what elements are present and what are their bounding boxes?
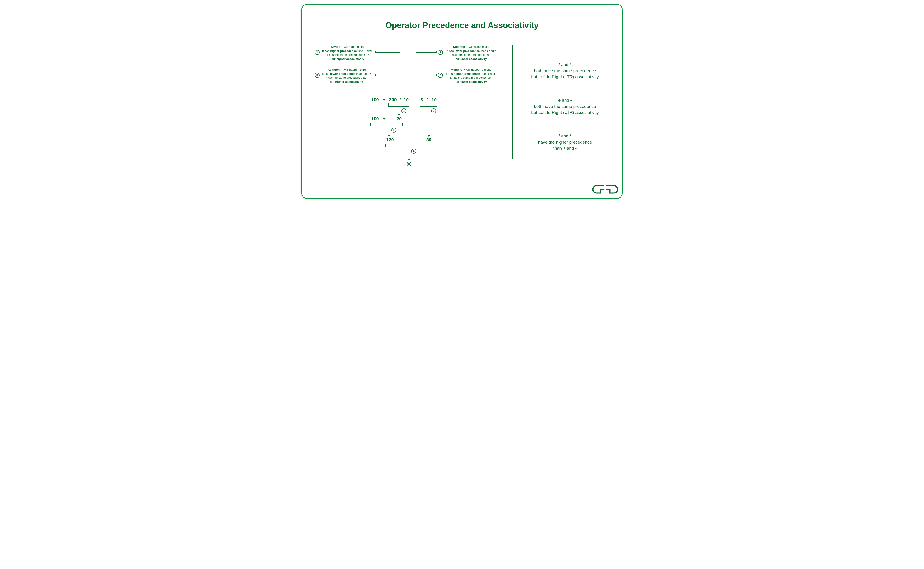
- elbow-divide-v: [400, 52, 401, 95]
- tok-100: 100: [371, 97, 380, 102]
- arrow-step2: [428, 106, 429, 137]
- anno-badge-1: 1: [315, 50, 320, 55]
- tok-div: /: [398, 97, 402, 102]
- tok-90: 90: [406, 161, 412, 167]
- anno-badge-2: 2: [438, 73, 443, 78]
- annotation-4: Subtract '-' will happen last It has low…: [444, 45, 499, 61]
- elbow-star-tip: [436, 74, 438, 76]
- elbow-plus-v: [384, 75, 384, 95]
- tok-minus2: -: [407, 137, 412, 143]
- tok-3: 3: [420, 97, 424, 102]
- elbow-minus-tip: [436, 51, 438, 53]
- bracket-2: [420, 103, 437, 106]
- elbow-divide-tip: [374, 51, 376, 53]
- tok-minus: -: [413, 97, 418, 102]
- tok-plus2: +: [382, 116, 386, 122]
- bracket-4: [385, 144, 432, 147]
- tok-star: *: [425, 97, 430, 102]
- tok-30: 30: [425, 137, 432, 143]
- bracket-1: [388, 103, 409, 106]
- step-badge-3: 3: [391, 128, 396, 132]
- arrow-step4: [409, 147, 409, 161]
- right-note-2: + and - both have the same precedence bu…: [517, 97, 613, 116]
- step-badge-4: 4: [411, 149, 416, 154]
- logo-icon: [592, 184, 619, 196]
- tok-120: 120: [385, 137, 395, 143]
- anno-badge-3: 3: [315, 73, 320, 78]
- annotation-1: Divide '/' will happen first It has high…: [322, 45, 374, 61]
- elbow-star-h: [428, 75, 436, 76]
- divider-vertical: [512, 45, 513, 159]
- tok-plus: +: [382, 97, 386, 102]
- bracket-3: [371, 123, 403, 126]
- elbow-star-v: [428, 75, 428, 95]
- elbow-minus-h: [416, 52, 436, 53]
- elbow-divide-h: [376, 52, 400, 53]
- arrow-step3: [389, 126, 389, 137]
- right-note-3: / and * have the higher precedence than …: [517, 133, 613, 151]
- tok-10a: 10: [403, 97, 409, 102]
- right-note-1: / and * both have the same precedence bu…: [517, 62, 613, 80]
- elbow-minus-v: [416, 52, 416, 95]
- elbow-plus-h: [376, 75, 384, 76]
- arrow-step1: [399, 106, 399, 116]
- tok-100b: 100: [371, 116, 380, 122]
- annotation-3: Addition '+' will happen third It has lo…: [319, 68, 374, 84]
- annotation-2: Multiply '*' will happen second It has h…: [444, 68, 499, 84]
- anno-badge-4: 4: [438, 50, 443, 55]
- step-badge-1: 1: [401, 108, 406, 113]
- canvas: Operator Precedence and Associativity 1 …: [297, 0, 627, 203]
- page-title: Operator Precedence and Associativity: [297, 21, 627, 30]
- tok-200: 200: [388, 97, 398, 102]
- elbow-plus-tip: [374, 74, 376, 76]
- step-badge-2: 2: [431, 108, 436, 113]
- tok-10b: 10: [431, 97, 437, 102]
- tok-20: 20: [396, 116, 403, 122]
